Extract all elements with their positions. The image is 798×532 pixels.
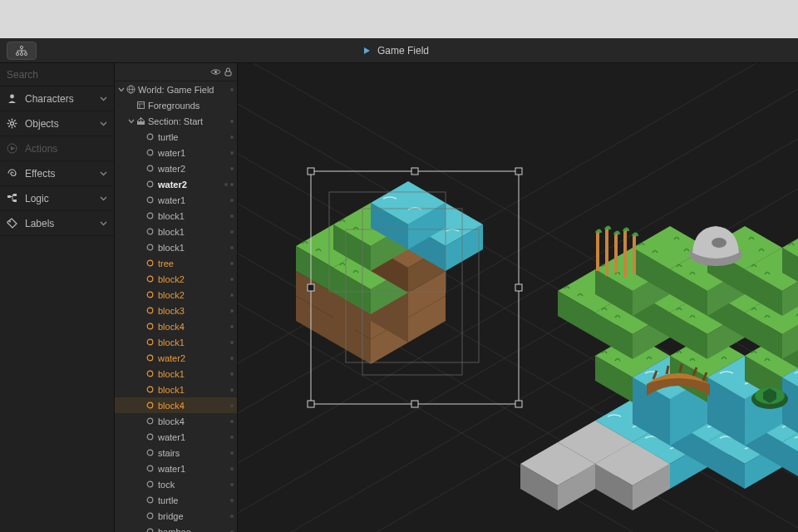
tree-node[interactable]: Section: Start — [115, 113, 237, 129]
svg-point-38 — [147, 244, 153, 250]
status-dot — [224, 183, 228, 186]
circle-icon — [146, 338, 158, 346]
search-input[interactable] — [7, 69, 131, 81]
status-dot — [230, 515, 234, 518]
tree-node[interactable]: water2 — [115, 350, 237, 366]
category-logic[interactable]: Logic — [0, 186, 114, 211]
status-dot — [230, 341, 234, 344]
island-right — [520, 226, 798, 510]
tree-node[interactable]: tree — [115, 255, 237, 271]
svg-point-21 — [214, 71, 217, 73]
expander-icon — [138, 148, 146, 158]
category-labels[interactable]: Labels — [0, 211, 114, 236]
tree-node[interactable]: block2 — [115, 287, 237, 303]
tree-node[interactable]: block4 — [115, 413, 237, 429]
svg-line-12 — [8, 120, 10, 121]
status-dot — [230, 230, 234, 234]
circle-icon — [146, 291, 158, 298]
svg-point-49 — [147, 418, 153, 424]
tree-node[interactable]: block1 — [115, 334, 237, 350]
tree-node-label: water1 — [158, 432, 228, 442]
tree-node[interactable]: Foregrounds — [115, 97, 237, 113]
tree-node[interactable]: block1 — [115, 224, 237, 239]
expander-icon — [138, 195, 146, 205]
tree-node[interactable]: block3 — [115, 303, 237, 318]
expander-icon[interactable] — [128, 118, 136, 125]
svg-point-39 — [147, 260, 153, 266]
status-dot — [230, 88, 234, 91]
circle-icon — [146, 149, 158, 156]
tree-node-label: bridge — [158, 511, 228, 521]
play-icon — [7, 143, 18, 155]
status-dot — [230, 499, 234, 502]
tree-node[interactable]: block1 — [115, 382, 237, 397]
expander-icon — [138, 401, 146, 411]
tree-node[interactable]: block1 — [115, 208, 237, 224]
tree-node[interactable]: water2 — [115, 176, 237, 192]
tree-node[interactable]: turtle — [115, 129, 237, 145]
tree-node[interactable]: block4 — [115, 397, 237, 413]
expander-icon — [138, 211, 146, 221]
tree-node[interactable]: tock — [115, 476, 237, 492]
tree-node[interactable]: water1 — [115, 145, 237, 160]
tree-node-label: block1 — [158, 227, 228, 237]
tree-node[interactable]: stairs — [115, 445, 237, 461]
svg-point-6 — [10, 94, 14, 98]
category-objects[interactable]: Objects — [0, 111, 114, 136]
svg-point-54 — [147, 497, 153, 503]
tree-node[interactable]: block1 — [115, 366, 237, 382]
tree-node[interactable]: block1 — [115, 239, 237, 255]
tree-node-label: block4 — [158, 416, 228, 426]
category-characters[interactable]: Characters — [0, 86, 114, 111]
scene-title: Game Field — [377, 45, 429, 57]
section-icon — [136, 116, 148, 126]
eye-icon[interactable] — [210, 68, 221, 76]
category-effects[interactable]: Effects — [0, 161, 114, 186]
tree-node[interactable]: water1 — [115, 429, 237, 445]
circle-icon — [146, 180, 158, 188]
svg-rect-92 — [515, 284, 522, 291]
tree-node[interactable]: turtle — [115, 492, 237, 508]
svg-point-32 — [147, 150, 153, 155]
lock-icon[interactable] — [224, 67, 232, 76]
expander-icon — [138, 527, 146, 533]
canvas[interactable] — [238, 63, 798, 532]
circle-icon — [146, 354, 158, 362]
tree-node-label: water1 — [158, 464, 228, 474]
svg-point-20 — [9, 220, 11, 222]
svg-point-1 — [16, 52, 18, 55]
expander-icon — [138, 432, 146, 442]
tree-node-label: block1 — [158, 243, 228, 253]
svg-point-0 — [20, 46, 22, 48]
tree-node[interactable]: water1 — [115, 461, 237, 476]
tree-node[interactable]: bamboo — [115, 524, 237, 532]
expander-icon[interactable] — [118, 86, 126, 93]
tree-node[interactable]: block2 — [115, 271, 237, 287]
svg-rect-19 — [13, 200, 17, 202]
tree-node-label: tock — [158, 480, 228, 490]
tree-node-label: block1 — [158, 211, 228, 221]
category-label: Objects — [25, 118, 59, 130]
tree-node-label: stairs — [158, 448, 228, 458]
svg-point-52 — [147, 466, 153, 471]
hierarchy-button[interactable] — [7, 42, 37, 60]
tree-node[interactable]: block4 — [115, 318, 237, 334]
status-dot — [230, 183, 234, 186]
status-dot — [230, 388, 234, 392]
svg-point-50 — [147, 434, 153, 440]
category-label: Logic — [25, 193, 49, 204]
expander-icon — [138, 480, 146, 490]
tree-node[interactable]: water2 — [115, 160, 237, 176]
tree-node[interactable]: water1 — [115, 192, 237, 208]
svg-point-47 — [147, 387, 153, 392]
svg-point-40 — [147, 276, 153, 282]
circle-icon — [146, 196, 158, 204]
hierarchy-tree[interactable]: World: Game Field ForegroundsSection: St… — [115, 81, 237, 532]
svg-rect-91 — [308, 284, 314, 291]
tree-node[interactable]: World: Game Field — [115, 81, 237, 97]
tree-node[interactable]: bridge — [115, 508, 237, 524]
svg-point-44 — [147, 339, 153, 345]
circle-icon — [146, 528, 158, 532]
svg-point-48 — [147, 402, 153, 408]
library-sidebar: CharactersObjectsActionsEffectsLogicLabe… — [0, 63, 115, 532]
